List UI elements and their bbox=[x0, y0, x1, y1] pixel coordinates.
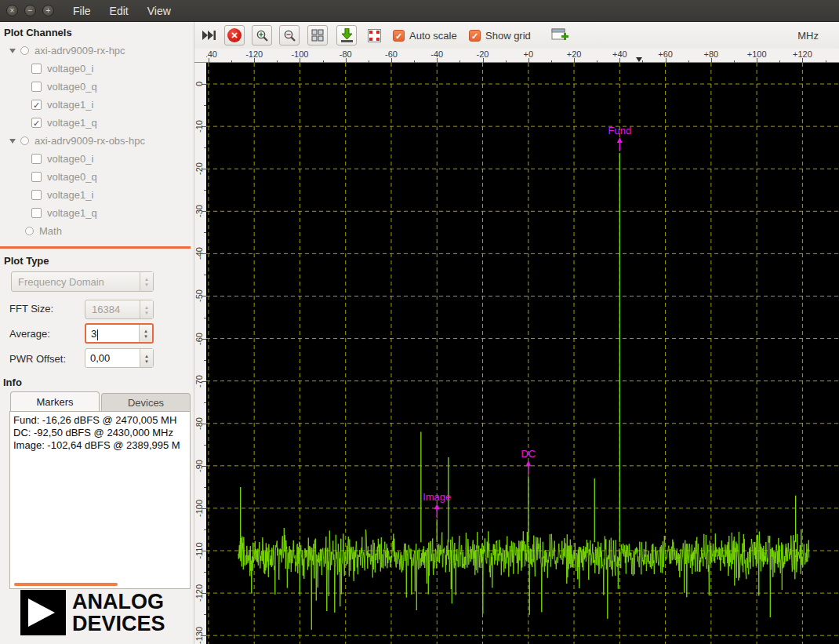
tree-item-label: voltage0_q bbox=[47, 171, 97, 183]
tree-device-row[interactable]: axi-adrv9009-rx-hpc bbox=[0, 42, 194, 60]
new-plot-button[interactable] bbox=[549, 25, 571, 45]
channel-checkbox[interactable] bbox=[31, 154, 42, 164]
plot-type-combo[interactable]: Frequency Domain ▴▾ bbox=[11, 271, 154, 292]
y-axis-tick-label: -130 bbox=[194, 620, 204, 644]
tree-item-label: axi-adrv9009-rx-obs-hpc bbox=[35, 135, 145, 147]
plot-channels-title: Plot Channels bbox=[0, 22, 194, 42]
logo-text-line2: DEVICES bbox=[72, 613, 165, 635]
menu-file[interactable]: File bbox=[73, 5, 91, 17]
window-close-button[interactable]: × bbox=[6, 5, 18, 16]
save-arrow-icon bbox=[340, 28, 354, 42]
pwr-offset-spinbox[interactable]: 0,00 ▴▾ bbox=[85, 348, 154, 368]
info-title: Info bbox=[0, 372, 194, 391]
marker-arrow-head-icon bbox=[434, 504, 440, 509]
tree-item-row[interactable]: ✓voltage1_i bbox=[0, 96, 194, 114]
spectrum-trace bbox=[238, 528, 809, 630]
pwr-offset-label: PWR Offset: bbox=[9, 353, 66, 365]
marker-arrow-head-icon bbox=[525, 460, 531, 466]
tree-item-label: Math bbox=[39, 225, 62, 237]
spectrum-plot-area[interactable]: FundDCImage bbox=[206, 63, 839, 644]
device-radio[interactable] bbox=[20, 46, 29, 55]
tab-markers[interactable]: Markers bbox=[10, 391, 100, 411]
plot-marker-label: DC bbox=[521, 448, 536, 460]
y-axis-ruler: 0-10-20-30-40-50-60-70-80-90-100-110-120… bbox=[194, 63, 206, 644]
expander-icon[interactable] bbox=[9, 139, 16, 144]
analog-devices-logo: ANALOG DEVICES bbox=[20, 590, 165, 635]
checkbox-check-icon: ✓ bbox=[393, 30, 405, 42]
fft-size-label: FFT Size: bbox=[9, 303, 53, 315]
fullscreen-icon bbox=[367, 28, 382, 43]
tree-item-label: voltage0_q bbox=[47, 81, 97, 93]
plot-toolbar: ✕ bbox=[194, 22, 839, 49]
autoscale-checkbox[interactable]: ✓ Auto scale bbox=[393, 25, 457, 45]
spin-arrows-icon[interactable]: ▴▾ bbox=[139, 325, 152, 342]
tree-item-row[interactable]: ✓voltage1_q bbox=[0, 114, 194, 132]
tree-item-row[interactable]: voltage0_i bbox=[0, 150, 194, 168]
plot-marker-label: Image bbox=[423, 491, 451, 503]
tree-device-row[interactable]: axi-adrv9009-rx-obs-hpc bbox=[0, 132, 194, 150]
channel-checkbox[interactable] bbox=[31, 190, 42, 200]
tree-item-row[interactable]: voltage0_i bbox=[0, 60, 194, 78]
combo-arrows-icon: ▴▾ bbox=[140, 272, 153, 291]
fft-size-combo[interactable]: 16384 ▴▾ bbox=[85, 300, 154, 319]
tree-item-label: voltage1_i bbox=[47, 189, 93, 201]
tree-item-label: voltage1_i bbox=[47, 99, 93, 111]
marker-readout-line: DC: -92,50 dBFS @ 2430,000 MHz bbox=[13, 427, 188, 439]
tree-item-label: voltage1_q bbox=[47, 207, 97, 219]
showgrid-checkbox[interactable]: ✓ Show grid bbox=[469, 25, 531, 45]
marker-readout-line: Image: -102,64 dBFS @ 2389,995 M bbox=[13, 439, 188, 452]
stop-button[interactable]: ✕ bbox=[224, 25, 245, 45]
channel-checkbox[interactable]: ✓ bbox=[31, 100, 42, 110]
text-caret bbox=[97, 329, 98, 340]
adi-triangle-logo-icon bbox=[20, 590, 66, 635]
tree-item-label: axi-adrv9009-rx-hpc bbox=[35, 45, 125, 56]
zoom-fit-button[interactable] bbox=[307, 25, 328, 45]
zoom-out-icon bbox=[283, 29, 296, 42]
channel-checkbox[interactable] bbox=[31, 172, 42, 182]
showgrid-label: Show grid bbox=[485, 30, 531, 42]
window-minimize-button[interactable]: − bbox=[24, 5, 36, 16]
tree-item-row[interactable]: voltage1_i bbox=[0, 186, 194, 204]
marker-readout-panel[interactable]: Fund: -16,26 dBFS @ 2470,005 MHDC: -92,5… bbox=[9, 411, 191, 589]
channel-checkbox[interactable] bbox=[31, 208, 42, 218]
marker-arrow-head-icon bbox=[617, 137, 623, 143]
math-radio[interactable] bbox=[25, 227, 34, 235]
tree-item-row[interactable]: voltage0_q bbox=[0, 168, 194, 186]
tree-item-label: voltage1_q bbox=[47, 117, 97, 129]
expander-icon[interactable] bbox=[9, 49, 16, 53]
tree-item-row[interactable]: voltage1_q bbox=[0, 204, 194, 222]
new-plot-icon bbox=[551, 28, 568, 43]
zoom-fit-icon bbox=[311, 29, 324, 42]
save-button[interactable] bbox=[336, 25, 357, 45]
spin-arrows-icon[interactable]: ▴▾ bbox=[140, 349, 153, 367]
x-axis-ruler: -140-120-100-80-60-40-20+0+20+40+60+80+1… bbox=[194, 49, 839, 63]
info-tabs: Markers Devices bbox=[10, 391, 191, 411]
horizontal-scrollbar[interactable] bbox=[14, 583, 118, 586]
channel-checkbox[interactable] bbox=[31, 64, 42, 74]
average-value: 3 bbox=[86, 325, 96, 340]
tree-item-row[interactable]: voltage0_q bbox=[0, 78, 194, 96]
menu-view[interactable]: View bbox=[147, 5, 171, 17]
fullscreen-button[interactable] bbox=[364, 25, 384, 45]
autoscale-label: Auto scale bbox=[409, 30, 457, 42]
average-spinbox[interactable]: 3 ▴▾ bbox=[85, 323, 154, 344]
device-radio[interactable] bbox=[20, 136, 29, 145]
zoom-in-button[interactable] bbox=[252, 25, 272, 45]
capture-button[interactable] bbox=[200, 25, 219, 45]
plot-marker-label: Fund bbox=[608, 125, 631, 136]
plot-type-value: Frequency Domain bbox=[12, 272, 153, 288]
tab-devices[interactable]: Devices bbox=[101, 393, 191, 411]
marker-readout-line: Fund: -16,26 dBFS @ 2470,005 MH bbox=[13, 414, 188, 427]
channel-checkbox[interactable]: ✓ bbox=[31, 118, 42, 128]
channel-checkbox[interactable] bbox=[31, 82, 42, 92]
tree-item-label: voltage0_i bbox=[47, 153, 93, 165]
plot-type-title: Plot Type bbox=[0, 250, 194, 270]
iio-oscilloscope-window: × − + File Edit View Plot Channels axi-a… bbox=[0, 0, 839, 644]
average-label: Average: bbox=[9, 328, 50, 340]
window-maximize-button[interactable]: + bbox=[42, 5, 54, 16]
zoom-in-icon bbox=[256, 29, 269, 42]
zoom-out-button[interactable] bbox=[279, 25, 300, 45]
menu-edit[interactable]: Edit bbox=[110, 5, 129, 17]
tree-item-row[interactable]: Math bbox=[0, 222, 194, 240]
logo-text-line1: ANALOG bbox=[72, 591, 165, 613]
